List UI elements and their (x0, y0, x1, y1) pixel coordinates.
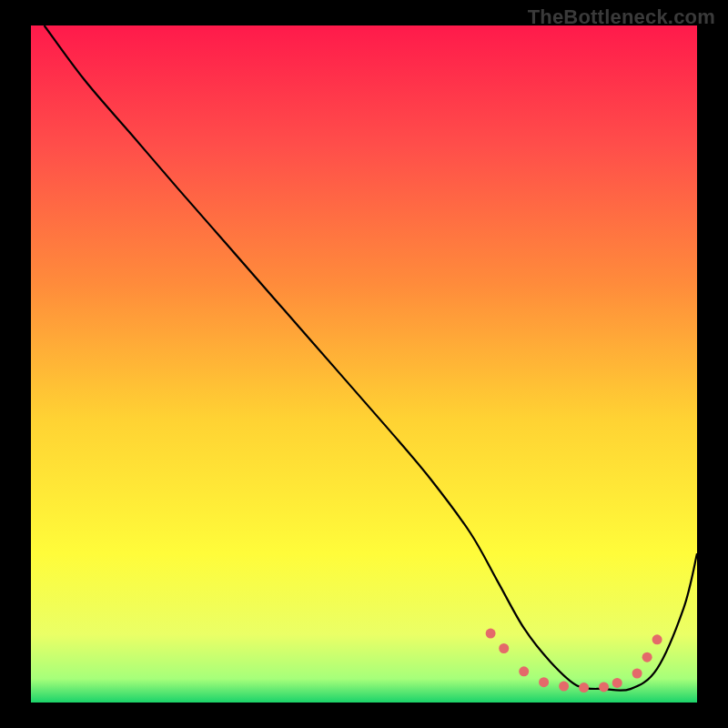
highlight-dot (519, 666, 529, 676)
highlight-dot (632, 669, 642, 679)
highlight-dot (539, 677, 549, 687)
chart-frame: TheBottleneck.com (0, 0, 728, 728)
highlight-dot (486, 629, 496, 639)
gradient-background (31, 25, 697, 703)
highlight-dot (559, 682, 569, 692)
highlight-dot (579, 682, 589, 693)
highlight-dot (599, 682, 609, 692)
highlight-dot (642, 652, 652, 662)
highlight-dot (499, 643, 509, 653)
watermark-text: TheBottleneck.com (528, 5, 715, 29)
highlight-dot (652, 634, 662, 644)
plot-area (31, 25, 697, 703)
highlight-dot (612, 678, 622, 688)
bottleneck-chart (31, 25, 697, 703)
